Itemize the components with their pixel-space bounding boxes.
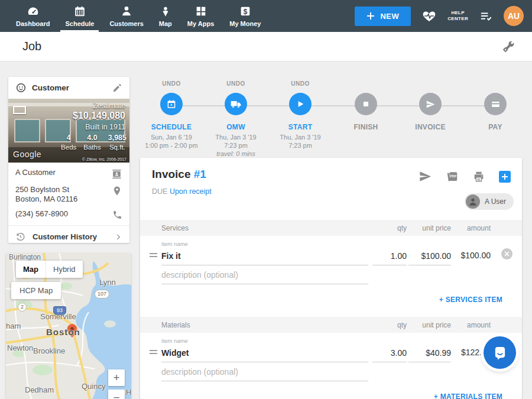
edit-pencil-icon[interactable] xyxy=(112,83,122,93)
add-materials-item-link[interactable]: + MATERIALS ITEM xyxy=(140,381,522,399)
stop-square-icon xyxy=(362,100,370,108)
start-step-detail: Thu, Jan 3 '19 7:23 pm xyxy=(280,133,320,150)
invoice-card: Invoice #1 PDF DUE Upon receipt A xyxy=(140,158,522,399)
material-item-name-label: Item name xyxy=(161,338,368,344)
invoice-due: DUE Upon receipt xyxy=(152,187,522,196)
start-step-button[interactable] xyxy=(289,93,312,115)
help-center-line1: HELP xyxy=(447,10,468,16)
drag-handle-icon[interactable] xyxy=(150,350,157,354)
workflow-step-schedule: UNDO SCHEDULE Sun, Jan 6 '19 1:00 pm - 2… xyxy=(137,80,206,150)
zoom-out-button[interactable]: − xyxy=(108,390,125,399)
assignee-chip[interactable]: A User xyxy=(465,193,514,210)
contact-card-icon[interactable] xyxy=(111,168,122,180)
customer-history-button[interactable]: Customer History xyxy=(8,225,129,248)
help-center-line2: CENTER xyxy=(447,16,468,22)
nav-my-apps-label: My Apps xyxy=(187,20,214,27)
assignee-avatar xyxy=(466,194,480,209)
nav-my-money-label: My Money xyxy=(229,20,261,27)
schedule-calendar-icon xyxy=(166,99,177,109)
customer-card: Customer Zestimate $10,149,080 Built in … xyxy=(8,77,129,243)
user-avatar[interactable]: AU xyxy=(504,6,524,26)
omw-time: 7:23 pm xyxy=(215,141,256,150)
schedule-step-button[interactable] xyxy=(160,93,183,115)
app-screen: Dashboard Schedule Customers Map My Apps… xyxy=(0,0,532,399)
photo-storefront-window xyxy=(14,119,40,142)
nav-dashboard[interactable]: Dashboard xyxy=(8,0,57,32)
workflow-step-pay: PAY xyxy=(460,80,530,131)
nav-map[interactable]: Map xyxy=(151,0,180,32)
location-pin-icon[interactable] xyxy=(112,186,122,196)
pdf-icon[interactable]: PDF xyxy=(446,170,459,183)
customer-name-row: A Customer xyxy=(8,163,129,180)
undo-omw-button[interactable]: UNDO xyxy=(226,80,245,87)
omw-step-button[interactable] xyxy=(225,93,247,115)
nav-right-cluster: NEW HELP CENTER AU xyxy=(355,0,532,32)
map-label-quincy: Quincy xyxy=(82,382,105,391)
service-qty-input[interactable] xyxy=(372,248,407,265)
property-photo: Zestimate $10,149,080 Built in 1911 4 Be… xyxy=(8,99,129,163)
omw-step-detail: Thu, Jan 3 '19 7:23 pm travel: 0 mins xyxy=(215,133,256,158)
map-type-toggle: Map Hybrid xyxy=(16,261,83,278)
nav-my-apps[interactable]: My Apps xyxy=(180,0,222,32)
invoice-step-label: INVOICE xyxy=(415,123,445,131)
map-type-hybrid-button[interactable]: Hybrid xyxy=(46,261,83,278)
nav-schedule[interactable]: Schedule xyxy=(57,0,102,32)
job-tools-icon[interactable] xyxy=(501,40,515,54)
health-heart-pulse-icon[interactable] xyxy=(421,9,437,23)
omw-step-label: OMW xyxy=(226,123,245,131)
material-qty-input[interactable] xyxy=(372,345,407,362)
help-center-link[interactable]: HELP CENTER xyxy=(447,10,468,22)
person-icon xyxy=(468,197,478,206)
omw-travel: travel: 0 mins xyxy=(215,150,256,158)
customer-address-row: 250 Boylston StBoston, MA 02116 xyxy=(8,180,129,204)
material-description-input[interactable] xyxy=(161,364,368,381)
plus-icon xyxy=(366,12,375,20)
customer-phone: (234) 567-8900 xyxy=(15,209,68,219)
drag-handle-icon[interactable] xyxy=(150,253,157,257)
service-unit-price-input[interactable] xyxy=(408,248,451,265)
service-description-input[interactable] xyxy=(161,267,368,284)
hcp-map-button[interactable]: HCP Map xyxy=(11,282,61,299)
material-unit-price-input[interactable] xyxy=(408,345,451,362)
due-value[interactable]: Upon receipt xyxy=(170,187,212,196)
history-clock-icon xyxy=(15,232,25,242)
chat-launcher-button[interactable] xyxy=(484,336,516,369)
add-services-item-link[interactable]: + SERVICES ITEM xyxy=(140,284,522,304)
finish-step-button[interactable] xyxy=(355,93,377,115)
zoom-in-button[interactable]: + xyxy=(108,369,125,386)
map-type-map-button[interactable]: Map xyxy=(16,261,46,278)
undo-schedule-button[interactable]: UNDO xyxy=(162,80,180,87)
new-button[interactable]: NEW xyxy=(355,7,411,26)
send-invoice-icon[interactable] xyxy=(419,170,432,183)
undo-start-button[interactable]: UNDO xyxy=(291,80,309,87)
pay-step-button[interactable] xyxy=(484,93,507,115)
play-icon xyxy=(296,99,305,109)
workflow-step-finish: FINISH xyxy=(331,80,401,131)
route-shield-107: 107 xyxy=(95,290,109,299)
invoice-number[interactable]: #1 xyxy=(194,168,206,180)
services-qty-column: qty xyxy=(372,224,407,232)
nav-my-money[interactable]: $ My Money xyxy=(222,0,268,32)
map-zoom-controls: + − xyxy=(108,369,125,399)
map-label-somerville: Somerville xyxy=(40,312,76,321)
task-list-check-icon[interactable] xyxy=(479,9,493,22)
close-icon xyxy=(504,251,510,257)
finish-step-label: FINISH xyxy=(353,123,378,131)
add-invoice-button[interactable] xyxy=(499,171,511,183)
material-item-row: Item name $122. xyxy=(140,333,522,362)
invoice-step-button[interactable] xyxy=(419,93,442,115)
print-icon[interactable] xyxy=(472,170,485,183)
service-description-row xyxy=(140,265,522,284)
nav-customers[interactable]: Customers xyxy=(102,0,151,32)
remove-service-item-button[interactable] xyxy=(501,248,512,259)
google-watermark: Google xyxy=(13,150,41,159)
workflow-step-invoice: INVOICE xyxy=(395,80,465,131)
phone-icon[interactable] xyxy=(112,210,122,220)
credit-card-icon xyxy=(491,99,501,109)
money-dollar-icon: $ xyxy=(239,5,252,18)
material-item-name-input[interactable] xyxy=(161,345,368,362)
route-shield-2: 2 xyxy=(18,303,27,312)
map-pin-icon xyxy=(159,5,172,18)
service-item-name-input[interactable] xyxy=(161,248,368,265)
streetview-frame-icon[interactable] xyxy=(13,106,26,114)
